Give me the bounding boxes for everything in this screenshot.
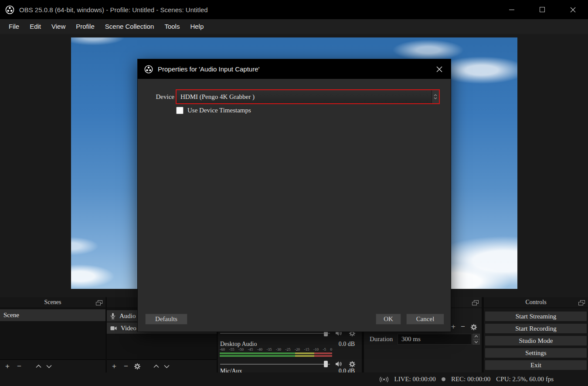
duration-decrease-button[interactable] bbox=[472, 339, 480, 345]
source-properties-gear-icon[interactable] bbox=[134, 363, 140, 369]
dropdown-arrows-icon bbox=[432, 90, 439, 103]
track-name: Desktop Audio bbox=[220, 341, 257, 348]
duration-value: 300 ms bbox=[401, 335, 421, 343]
menu-bar: File Edit View Profile Scene Collection … bbox=[0, 19, 588, 34]
audio-level-meter bbox=[220, 352, 332, 354]
menu-item-edit[interactable]: Edit bbox=[24, 19, 46, 34]
menu-item-file[interactable]: File bbox=[3, 19, 24, 34]
scene-name: Scene bbox=[3, 312, 19, 319]
duration-spinbox[interactable]: 300 ms bbox=[398, 334, 472, 345]
menu-item-profile[interactable]: Profile bbox=[71, 19, 100, 34]
status-bar: LIVE: 00:00:00 REC: 00:00:00 CPU: 2.5%, … bbox=[0, 372, 588, 386]
scenes-dock-title: Scenes bbox=[44, 299, 61, 306]
menu-item-tools[interactable]: Tools bbox=[159, 19, 185, 34]
scenes-dock: Scenes Scene + − bbox=[0, 297, 105, 372]
maximize-button[interactable] bbox=[527, 0, 557, 19]
controls-dock: Controls Start Streaming Start Recording… bbox=[484, 297, 588, 372]
speaker-icon[interactable] bbox=[335, 361, 342, 367]
studio-mode-button[interactable]: Studio Mode bbox=[485, 336, 587, 345]
rec-dot-icon bbox=[442, 377, 445, 381]
volume-slider-handle[interactable] bbox=[324, 361, 328, 367]
dialog-close-icon[interactable] bbox=[428, 59, 451, 79]
rec-time: REC: 00:00:00 bbox=[451, 376, 490, 383]
cancel-button[interactable]: Cancel bbox=[406, 314, 444, 325]
remove-scene-icon[interactable]: − bbox=[16, 363, 23, 370]
dialog-title-bar: Properties for 'Audio Input Capture' bbox=[138, 59, 451, 79]
video-camera-icon bbox=[110, 326, 117, 331]
mixer-gear-icon[interactable] bbox=[349, 361, 355, 367]
remove-source-icon[interactable]: − bbox=[122, 363, 129, 370]
duration-spin-buttons bbox=[472, 334, 480, 345]
defaults-button[interactable]: Defaults bbox=[145, 314, 187, 325]
move-source-down-icon[interactable] bbox=[164, 365, 170, 368]
settings-button[interactable]: Settings bbox=[485, 348, 587, 358]
transition-properties-gear-icon[interactable] bbox=[471, 324, 477, 330]
obs-logo-icon bbox=[5, 5, 14, 14]
cpu-fps-status: CPU: 2.5%, 60.00 fps bbox=[496, 376, 554, 383]
live-time: LIVE: 00:00:00 bbox=[394, 376, 435, 383]
remove-transition-icon[interactable]: − bbox=[459, 323, 466, 330]
volume-slider[interactable] bbox=[220, 364, 330, 365]
controls-dock-title: Controls bbox=[525, 299, 546, 306]
minimize-button[interactable] bbox=[496, 0, 527, 19]
controls-dock-header: Controls bbox=[484, 297, 588, 308]
add-source-icon[interactable]: + bbox=[111, 363, 118, 370]
volume-slider[interactable] bbox=[220, 333, 330, 334]
scenes-dock-header: Scenes bbox=[0, 297, 105, 308]
dock-icon bbox=[96, 300, 102, 305]
duration-label: Duration bbox=[370, 335, 393, 343]
move-scene-down-icon[interactable] bbox=[46, 365, 52, 368]
menu-item-help[interactable]: Help bbox=[185, 19, 209, 34]
start-recording-button[interactable]: Start Recording bbox=[485, 324, 587, 333]
menu-item-view[interactable]: View bbox=[46, 19, 71, 34]
device-label: Device bbox=[150, 93, 174, 101]
track-name: Mic/Aux bbox=[220, 368, 242, 372]
duration-increase-button[interactable] bbox=[472, 334, 480, 339]
live-broadcast-icon bbox=[380, 376, 388, 383]
dock-icon bbox=[472, 300, 479, 305]
microphone-icon bbox=[110, 313, 116, 319]
mixer-track-desktop-audio: Desktop Audio 0.0 dB bbox=[220, 341, 355, 348]
use-device-timestamps-label: Use Device Timestamps bbox=[187, 107, 251, 114]
menu-item-scene-collection[interactable]: Scene Collection bbox=[100, 19, 160, 34]
track-db-value: 0.0 dB bbox=[339, 341, 355, 348]
properties-dialog: Properties for 'Audio Input Capture' Dev… bbox=[137, 59, 451, 332]
scenes-toolbar: + − bbox=[0, 359, 105, 372]
device-selected-value: HDMI (Pengo 4K Grabber ) bbox=[177, 93, 432, 101]
exit-button[interactable]: Exit bbox=[485, 360, 587, 370]
dock-icon bbox=[578, 300, 585, 305]
source-name: Audio bbox=[119, 312, 136, 320]
start-streaming-button[interactable]: Start Streaming bbox=[485, 312, 587, 321]
title-bar: OBS 25.0.8 (64-bit, windows) - Profile: … bbox=[0, 0, 588, 19]
move-scene-up-icon[interactable] bbox=[36, 365, 41, 368]
track-db-value: 0.0 dB bbox=[339, 368, 355, 372]
ok-button[interactable]: OK bbox=[376, 314, 401, 325]
window-title: OBS 25.0.8 (64-bit, windows) - Profile: … bbox=[19, 6, 208, 14]
move-source-up-icon[interactable] bbox=[153, 365, 159, 368]
dialog-title: Properties for 'Audio Input Capture' bbox=[158, 65, 259, 73]
device-dropdown[interactable]: HDMI (Pengo 4K Grabber ) bbox=[176, 89, 440, 104]
close-button[interactable] bbox=[557, 0, 588, 19]
volume-slider-row bbox=[220, 361, 360, 368]
scenes-list: Scene bbox=[0, 308, 105, 359]
source-name: Video bbox=[121, 325, 136, 332]
mixer-track-mic-aux: Mic/Aux 0.0 dB bbox=[220, 368, 355, 372]
use-device-timestamps-checkbox[interactable] bbox=[176, 107, 184, 114]
sources-toolbar: + − bbox=[107, 359, 217, 372]
audio-level-meter bbox=[220, 355, 332, 357]
obs-logo-icon bbox=[144, 65, 153, 74]
scene-list-item[interactable]: Scene bbox=[0, 309, 105, 321]
add-scene-icon[interactable]: + bbox=[4, 363, 11, 370]
meter-scale: -60 -55 -50 -45 -40 -35 -30 -25 -20 -15 … bbox=[220, 347, 332, 352]
